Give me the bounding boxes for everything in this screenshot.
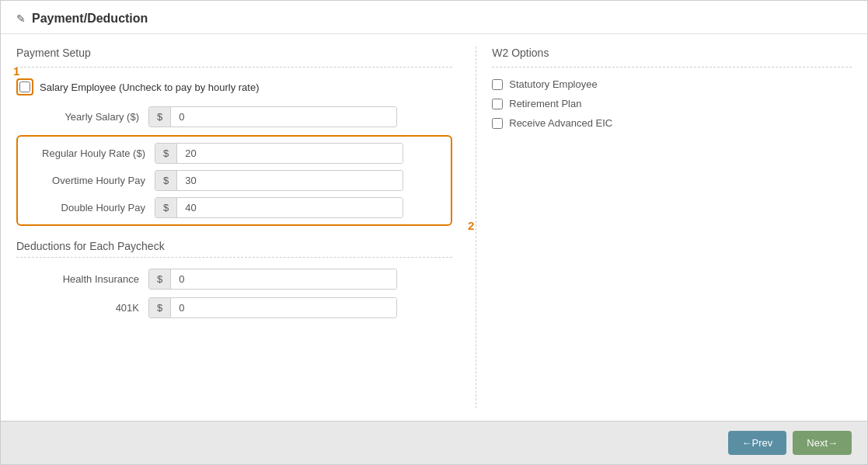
health-insurance-row: Health Insurance $ — [16, 269, 452, 290]
deductions-section: Deductions for Each Paycheck Health Insu… — [16, 240, 452, 318]
health-insurance-label: Health Insurance — [16, 273, 148, 285]
left-panel: Payment Setup 1 Salary Employee (Uncheck… — [16, 47, 476, 408]
statutory-employee-label[interactable]: Statutory Employee — [509, 78, 597, 90]
deductions-title: Deductions for Each Paycheck — [16, 240, 452, 252]
401k-input-group: $ — [148, 297, 397, 318]
yearly-salary-input[interactable] — [171, 107, 396, 127]
health-insurance-input[interactable] — [171, 269, 396, 289]
double-hourly-pay-input[interactable] — [177, 198, 403, 217]
page-content: Payment Setup 1 Salary Employee (Uncheck… — [1, 34, 867, 421]
right-panel: W2 Options Statutory Employee Retirement… — [476, 47, 852, 408]
annotation-1: 1 — [13, 64, 19, 78]
regular-hourly-rate-input-group: $ — [155, 143, 403, 164]
retirement-plan-row: Retirement Plan — [492, 98, 852, 109]
salary-checkbox[interactable] — [19, 82, 30, 92]
double-hourly-pay-label: Double Hourly Pay — [23, 202, 155, 213]
overtime-hourly-pay-label: Overtime Hourly Pay — [23, 175, 155, 186]
401k-row: 401K $ — [16, 297, 452, 318]
401k-label: 401K — [16, 302, 148, 314]
annotation-2: 2 — [468, 219, 474, 232]
401k-input[interactable] — [171, 298, 396, 318]
salary-checkbox-label[interactable]: Salary Employee (Uncheck to pay by hourl… — [40, 82, 260, 93]
health-insurance-prefix: $ — [149, 269, 171, 289]
prev-button[interactable]: ←Prev — [728, 431, 787, 455]
yearly-salary-prefix: $ — [149, 107, 171, 127]
receive-advanced-eic-row: Receive Advanced EIC — [492, 117, 852, 129]
overtime-hourly-pay-prefix: $ — [155, 171, 177, 190]
401k-prefix: $ — [149, 298, 171, 318]
page-footer: ←Prev Next→ — [1, 421, 867, 464]
health-insurance-input-group: $ — [148, 269, 397, 290]
w2-options-title: W2 Options — [492, 47, 852, 59]
retirement-plan-checkbox[interactable] — [492, 99, 503, 109]
page-header: ✎ Payment/Deduction — [1, 1, 867, 34]
yearly-salary-label: Yearly Salary ($) — [16, 111, 148, 123]
salary-checkbox-highlight — [16, 78, 33, 95]
yearly-salary-input-group: $ — [148, 106, 397, 127]
page-wrapper: ✎ Payment/Deduction Payment Setup 1 Sala… — [0, 0, 868, 465]
overtime-hourly-pay-input-group: $ — [155, 170, 403, 191]
regular-hourly-rate-label: Regular Houly Rate ($) — [23, 147, 155, 159]
next-button[interactable]: Next→ — [793, 431, 852, 455]
pencil-icon: ✎ — [16, 12, 26, 25]
regular-hourly-rate-row: Regular Houly Rate ($) $ — [23, 143, 446, 164]
salary-checkbox-row: 1 Salary Employee (Uncheck to pay by hou… — [16, 78, 452, 95]
regular-hourly-rate-input[interactable] — [177, 144, 403, 163]
receive-advanced-eic-label[interactable]: Receive Advanced EIC — [509, 117, 612, 129]
overtime-hourly-pay-row: Overtime Hourly Pay $ — [23, 170, 446, 191]
double-hourly-pay-row: Double Hourly Pay $ — [23, 197, 446, 218]
double-hourly-pay-input-group: $ — [155, 197, 403, 218]
statutory-employee-checkbox[interactable] — [492, 79, 503, 90]
regular-hourly-rate-prefix: $ — [155, 144, 177, 163]
payment-setup-title: Payment Setup — [16, 47, 452, 59]
double-hourly-pay-prefix: $ — [155, 198, 177, 217]
yearly-salary-row: Yearly Salary ($) $ — [16, 106, 452, 127]
receive-advanced-eic-checkbox[interactable] — [492, 118, 503, 129]
page-title: Payment/Deduction — [32, 12, 148, 26]
statutory-employee-row: Statutory Employee — [492, 78, 852, 90]
hourly-fields-group: 2 Regular Houly Rate ($) $ Overtime Hour… — [16, 135, 452, 226]
overtime-hourly-pay-input[interactable] — [177, 171, 403, 190]
retirement-plan-label[interactable]: Retirement Plan — [509, 98, 581, 109]
